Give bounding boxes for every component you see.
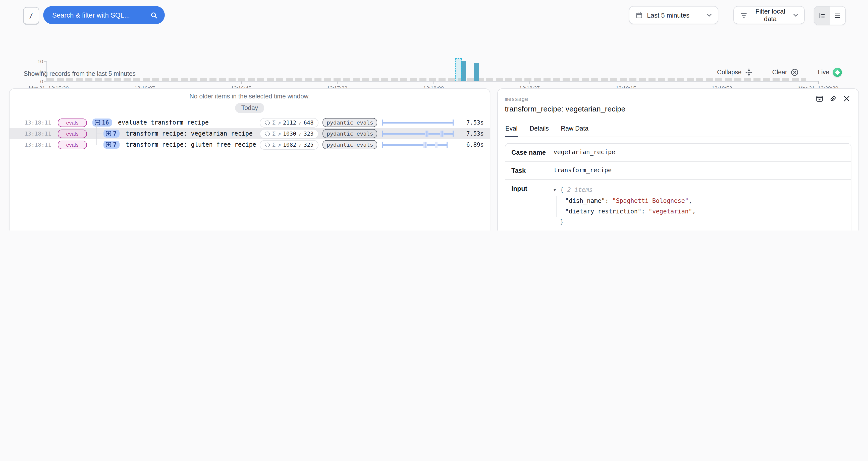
tab-details[interactable]: Details <box>529 125 549 136</box>
tree-view-icon <box>818 12 826 19</box>
list-view-icon <box>834 12 841 19</box>
input-row: Input ▼{2 items dish_name Spaghetti Bolo… <box>505 180 851 230</box>
eval-detail-table: Case name vegetarian_recipe Task transfo… <box>505 143 851 230</box>
filter-lines-icon <box>740 11 747 19</box>
sigma-icon: Σ <box>272 119 276 126</box>
clear-button[interactable]: Clear <box>769 68 802 77</box>
collapse-icon <box>745 68 753 76</box>
collapse-minus-square-icon <box>94 120 100 126</box>
archive-icon[interactable] <box>816 95 823 102</box>
token-usage-badge: Σ ↗1030 ↙323 <box>260 129 319 139</box>
app-root: / Search & filter with SQL... Last 5 min… <box>0 0 868 230</box>
tokens-coin-icon <box>265 142 270 147</box>
span-name: evaluate transform_recipe <box>118 119 209 126</box>
date-pill[interactable]: Today <box>235 103 264 113</box>
baseline-dashes <box>47 78 806 81</box>
chevron-down-icon[interactable]: ▼ <box>554 185 560 195</box>
search-icon <box>150 11 158 19</box>
span-name: transform_recipe: vegetarian_recipe <box>126 130 253 137</box>
collapse-button[interactable]: Collapse <box>714 68 756 77</box>
detail-panel: message transform_recipe: vegetarian_rec… <box>497 88 859 230</box>
token-usage-badge: Σ ↗1082 ↙325 <box>260 140 319 149</box>
output-arrow-icon: ↙ <box>299 141 302 148</box>
sigma-icon: Σ <box>272 130 276 137</box>
chevron-down-icon <box>793 13 798 17</box>
list-controls: Collapse Clear Live <box>714 67 845 77</box>
duration-text: 7.53s <box>456 130 484 137</box>
output-arrow-icon: ↙ <box>299 119 302 126</box>
close-icon[interactable] <box>843 95 850 102</box>
evals-tag[interactable]: evals <box>58 129 87 138</box>
live-indicator-icon <box>833 68 842 77</box>
x-axis-line <box>46 81 818 82</box>
empty-window-notice: No older items in the selected time wind… <box>9 93 490 100</box>
token-usage-badge: Σ ↗2112 ↙648 <box>260 118 319 127</box>
chevron-down-icon <box>707 13 712 17</box>
record-row-selected[interactable]: 13:18:11 evals 7 transform_recipe: veget… <box>9 128 490 139</box>
search-button[interactable]: Search & filter with SQL... <box>43 6 165 24</box>
record-row[interactable]: 13:18:11 evals 16 evaluate transform_rec… <box>9 117 490 128</box>
duration-bar <box>382 130 454 136</box>
time-range-dropdown[interactable]: Last 5 minutes <box>629 6 718 24</box>
tokens-coin-icon <box>265 120 270 125</box>
expand-plus-square-icon <box>105 130 112 136</box>
input-json: ▼{2 items dish_name Spaghetti Bolognese … <box>554 185 696 227</box>
copy-link-icon[interactable] <box>829 95 837 102</box>
row-timestamp: 13:18:11 <box>25 130 49 137</box>
duration-text: 7.53s <box>456 119 484 126</box>
duration-text: 6.89s <box>456 141 484 148</box>
view-mode-toggle <box>814 6 846 25</box>
case-name-value: vegetarian_recipe <box>554 149 615 156</box>
output-arrow-icon: ↙ <box>299 130 302 137</box>
selected-time-marker <box>455 58 462 81</box>
tree-connector <box>96 124 97 145</box>
time-range-label: Last 5 minutes <box>647 11 689 19</box>
record-kind-label: message <box>505 96 851 102</box>
duration-bar <box>382 120 454 126</box>
record-rows: 13:18:11 evals 16 evaluate transform_rec… <box>9 117 490 150</box>
y-axis-tick: 0 <box>28 78 43 84</box>
slash-shortcut-keycap: / <box>23 7 39 24</box>
evals-tag[interactable]: evals <box>58 141 87 149</box>
span-count-badge[interactable]: 7 <box>103 141 120 149</box>
tab-raw-data[interactable]: Raw Data <box>560 125 589 136</box>
json-key: dish_name <box>565 196 609 206</box>
live-toggle[interactable]: Live <box>815 67 845 77</box>
duration-bar <box>382 142 454 148</box>
task-row: Task transform_recipe <box>505 162 851 180</box>
calendar-icon <box>636 11 643 19</box>
json-key: dietary_restriction <box>565 206 645 217</box>
search-label: Search & filter with SQL... <box>52 11 150 19</box>
histogram-bar[interactable] <box>474 63 479 81</box>
filter-label: Filter local data <box>751 7 789 23</box>
filter-local-data-dropdown[interactable]: Filter local data <box>733 6 805 24</box>
sigma-icon: Σ <box>272 141 276 148</box>
case-name-row: Case name vegetarian_recipe <box>505 144 851 162</box>
y-axis-tick: 10 <box>28 58 43 64</box>
detail-tabs: Eval Details Raw Data <box>505 125 851 137</box>
row-timestamp: 13:18:11 <box>25 119 49 126</box>
input-arrow-icon: ↗ <box>278 130 281 137</box>
input-arrow-icon: ↗ <box>278 141 281 148</box>
record-row[interactable]: 13:18:11 evals 7 transform_recipe: glute… <box>9 139 490 150</box>
span-name: transform_recipe: gluten_free_recipe <box>126 141 256 148</box>
showing-records-text: Showing records from the last 5 minutes <box>24 70 135 77</box>
detail-title: transform_recipe: vegetarian_recipe <box>505 104 851 113</box>
list-view-button[interactable] <box>830 6 845 25</box>
span-count-badge[interactable]: 16 <box>92 119 112 127</box>
json-string: vegetarian <box>649 206 692 217</box>
task-value: transform_recipe <box>554 167 612 174</box>
span-count-badge[interactable]: 7 <box>103 129 120 137</box>
package-tag[interactable]: pydantic-evals <box>323 129 377 138</box>
input-arrow-icon: ↗ <box>278 119 281 126</box>
clear-circle-x-icon <box>790 68 799 76</box>
package-tag[interactable]: pydantic-evals <box>323 140 377 149</box>
records-panel: No older items in the selected time wind… <box>9 88 490 230</box>
timeline-chart: 10 5 0 Mar 31. 13:15:30 13:16:07 13:16:4… <box>0 27 868 67</box>
tokens-coin-icon <box>265 131 270 136</box>
json-string: Spaghetti Bolognese <box>612 196 689 206</box>
tree-view-button[interactable] <box>814 6 830 25</box>
evals-tag[interactable]: evals <box>58 118 87 127</box>
package-tag[interactable]: pydantic-evals <box>323 118 377 127</box>
tab-eval[interactable]: Eval <box>505 125 518 137</box>
